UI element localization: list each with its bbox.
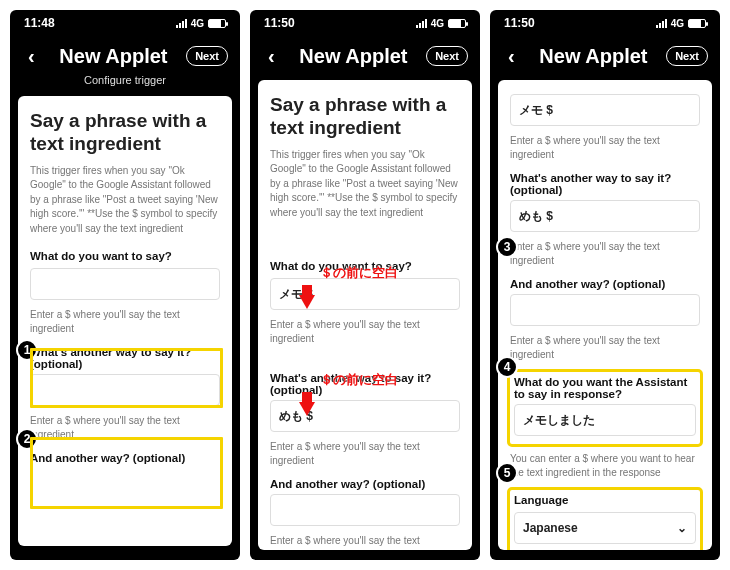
appbar-subtitle: Configure trigger [10,74,240,86]
q2-hint: Enter a $ where you'll say the text ingr… [30,414,220,442]
app-bar: ‹ New Applet Next [250,36,480,74]
clock: 11:48 [24,16,55,30]
chevron-down-icon: ⌄ [677,521,687,535]
q2-hint: Enter a $ where you'll say the text ingr… [510,240,700,268]
q3-input[interactable] [270,494,460,526]
network-label: 4G [671,18,684,29]
app-bar: ‹ New Applet Next [10,36,240,74]
status-right: 4G [656,18,706,29]
app-bar: ‹ New Applet Next [490,36,720,74]
q1-label: What do you want to say? [270,260,460,272]
q2-input[interactable]: めも $ [510,200,700,232]
q4-input[interactable]: メモしました [514,404,696,436]
annotation-highlight-4: What do you want the Assistant to say in… [510,372,700,444]
phone-screen-2: 11:50 4G ‹ New Applet Next Say a phrase … [250,10,480,560]
battery-icon [208,19,226,28]
q1-hint-scrolled: Enter a $ where you'll say the text ingr… [510,134,700,162]
q3-label: And another way? (optional) [270,478,460,490]
status-right: 4G [176,18,226,29]
q3-input[interactable] [510,294,700,326]
q2-input[interactable]: めも $ [270,400,460,432]
q2-label: What's another way to say it? (optional) [30,346,220,370]
q3-hint: Enter a $ where you'll say the text ingr… [270,534,460,550]
q3-label: And another way? (optional) [510,278,700,290]
q2-hint: Enter a $ where you'll say the text ingr… [270,440,460,468]
status-bar: 11:50 4G [250,10,480,36]
page-heading: Say a phrase with a text ingredient [270,94,460,140]
q4-label: What do you want the Assistant to say in… [514,376,696,400]
next-button[interactable]: Next [426,46,468,66]
page-description: This trigger fires when you say "Ok Goog… [270,148,460,221]
phone-screen-1: 11:48 4G ‹ New Applet Next Configure tri… [10,10,240,560]
status-right: 4G [416,18,466,29]
content-card: Say a phrase with a text ingredient This… [258,80,472,550]
phone-screen-3: 11:50 4G ‹ New Applet Next メモ $ Enter a … [490,10,720,560]
q1-input-scrolled[interactable]: メモ $ [510,94,700,126]
q2-label: What's another way to say it? (optional) [270,372,460,396]
network-label: 4G [431,18,444,29]
content-card: メモ $ Enter a $ where you'll say the text… [498,80,712,550]
battery-icon [448,19,466,28]
clock: 11:50 [264,16,295,30]
q1-hint: Enter a $ where you'll say the text ingr… [30,308,220,336]
status-bar: 11:50 4G [490,10,720,36]
language-select[interactable]: Japanese ⌄ [514,512,696,544]
q3-hint: Enter a $ where you'll say the text ingr… [510,334,700,362]
q3-label: And another way? (optional) [30,452,220,464]
q1-label: What do you want to say? [30,250,220,262]
status-bar: 11:48 4G [10,10,240,36]
q2-input[interactable] [30,374,220,406]
q5-label: Language [514,494,696,506]
question-2: What's another way to say it? (optional) [30,346,220,406]
signal-icon [176,19,187,28]
appbar-title: New Applet [59,45,167,68]
page-description: This trigger fires when you say "Ok Goog… [30,164,220,237]
signal-icon [416,19,427,28]
next-button[interactable]: Next [186,46,228,66]
network-label: 4G [191,18,204,29]
battery-icon [688,19,706,28]
back-button[interactable]: ‹ [22,42,41,70]
q1-input[interactable] [30,268,220,300]
back-button[interactable]: ‹ [262,42,281,70]
question-1: What do you want to say? [30,250,220,300]
q1-input[interactable]: メモ $ [270,278,460,310]
content-card: Say a phrase with a text ingredient This… [18,96,232,546]
appbar-title: New Applet [299,45,407,68]
language-value: Japanese [523,521,578,535]
q1-hint: Enter a $ where you'll say the text ingr… [270,318,460,346]
signal-icon [656,19,667,28]
back-button[interactable]: ‹ [502,42,521,70]
annotation-highlight-5: Language Japanese ⌄ [510,490,700,550]
q4-hint: You can enter a $ where you want to hear… [510,452,700,480]
page-heading: Say a phrase with a text ingredient [30,110,220,156]
appbar-title: New Applet [539,45,647,68]
clock: 11:50 [504,16,535,30]
q2-label: What's another way to say it? (optional) [510,172,700,196]
next-button[interactable]: Next [666,46,708,66]
